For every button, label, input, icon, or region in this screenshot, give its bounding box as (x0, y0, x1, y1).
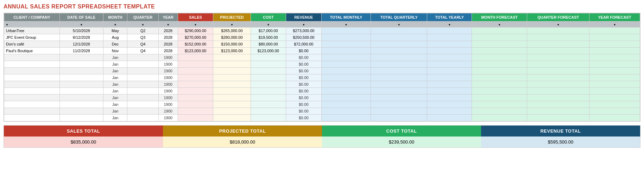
cell-total_yearly[interactable] (427, 41, 472, 48)
cell-total_quarterly[interactable] (371, 81, 427, 88)
cell-month_forecast[interactable] (472, 61, 527, 68)
cell-client[interactable] (4, 54, 60, 61)
quarter-filter-dropdown[interactable] (141, 22, 144, 26)
cell-date_of_sale[interactable] (59, 108, 103, 115)
total-yearly-filter-dropdown[interactable] (448, 22, 451, 26)
cell-year_forecast[interactable] (589, 61, 640, 68)
month-filter-dropdown[interactable] (114, 22, 117, 26)
cell-month[interactable]: Jan (103, 101, 127, 108)
cell-revenue[interactable]: $0.00 (286, 74, 322, 81)
client-filter-dropdown[interactable] (6, 22, 8, 26)
cell-client[interactable]: Paul's Boutique (4, 48, 60, 54)
cell-total_yearly[interactable] (427, 34, 472, 41)
cell-revenue[interactable]: $0.00 (286, 115, 322, 121)
cell-sales[interactable] (178, 88, 213, 95)
cell-year_forecast[interactable] (589, 108, 640, 115)
cell-total_yearly[interactable] (427, 48, 472, 54)
cell-month_forecast[interactable] (472, 41, 527, 48)
cell-date_of_sale[interactable] (59, 61, 103, 68)
cell-year_forecast[interactable] (589, 41, 640, 48)
cell-year[interactable]: 1900 (158, 68, 178, 74)
cell-revenue[interactable]: $72,000.00 (286, 41, 322, 48)
cell-total_quarterly[interactable] (371, 54, 427, 61)
cell-total_monthly[interactable] (321, 48, 371, 54)
cell-cost[interactable] (251, 95, 286, 101)
cell-date_of_sale[interactable]: 12/1/2028 (59, 41, 103, 48)
cell-total_yearly[interactable] (427, 74, 472, 81)
cell-year[interactable]: 1900 (158, 108, 178, 115)
filter-projected[interactable] (213, 22, 251, 28)
filter-client[interactable] (4, 22, 60, 28)
cell-total_yearly[interactable] (427, 108, 472, 115)
cell-month[interactable]: Jan (103, 115, 127, 121)
cell-total_monthly[interactable] (321, 68, 371, 74)
cell-total_yearly[interactable] (427, 61, 472, 68)
cell-client[interactable] (4, 81, 60, 88)
cell-date_of_sale[interactable] (59, 115, 103, 121)
cell-total_quarterly[interactable] (371, 95, 427, 101)
cell-quarter_forecast[interactable] (527, 48, 589, 54)
cell-sales[interactable] (178, 81, 213, 88)
cell-month[interactable]: Jan (103, 81, 127, 88)
cell-quarter[interactable] (127, 101, 158, 108)
cell-year_forecast[interactable] (589, 81, 640, 88)
cell-month_forecast[interactable] (472, 108, 527, 115)
cell-sales[interactable] (178, 68, 213, 74)
cell-sales[interactable] (178, 108, 213, 115)
cell-month_forecast[interactable] (472, 54, 527, 61)
cell-revenue[interactable]: $250,500.00 (286, 34, 322, 41)
cell-projected[interactable] (213, 81, 251, 88)
cell-quarter[interactable] (127, 88, 158, 95)
cell-sales[interactable]: $152,000.00 (178, 41, 213, 48)
cell-total_monthly[interactable] (321, 41, 371, 48)
cell-client[interactable] (4, 74, 60, 81)
cell-month[interactable]: Jan (103, 95, 127, 101)
cell-year_forecast[interactable] (589, 68, 640, 74)
cell-client[interactable]: Don's café (4, 41, 60, 48)
cell-quarter[interactable] (127, 81, 158, 88)
cell-total_monthly[interactable] (321, 74, 371, 81)
cell-total_quarterly[interactable] (371, 28, 427, 34)
cell-sales[interactable] (178, 115, 213, 121)
cell-sales[interactable] (178, 54, 213, 61)
cell-month_forecast[interactable] (472, 115, 527, 121)
date-filter-dropdown[interactable] (80, 22, 83, 26)
cell-month_forecast[interactable] (472, 101, 527, 108)
cell-quarter[interactable] (127, 115, 158, 121)
cell-client[interactable] (4, 101, 60, 108)
cell-total_quarterly[interactable] (371, 74, 427, 81)
cell-quarter[interactable]: Q4 (127, 41, 158, 48)
cell-year[interactable]: 2028 (158, 34, 178, 41)
cell-total_monthly[interactable] (321, 81, 371, 88)
cell-year[interactable]: 1900 (158, 54, 178, 61)
cell-client[interactable]: UrbanTree (4, 28, 60, 34)
cell-projected[interactable]: $280,000.00 (213, 34, 251, 41)
cell-client[interactable] (4, 61, 60, 68)
cell-projected[interactable] (213, 61, 251, 68)
cell-quarter_forecast[interactable] (527, 41, 589, 48)
cell-total_monthly[interactable] (321, 95, 371, 101)
cell-month_forecast[interactable] (472, 48, 527, 54)
year-forecast-filter-dropdown[interactable] (613, 22, 616, 26)
cell-quarter[interactable]: Q3 (127, 34, 158, 41)
cell-projected[interactable]: $265,000.00 (213, 28, 251, 34)
filter-revenue[interactable] (286, 22, 322, 28)
cell-total_quarterly[interactable] (371, 108, 427, 115)
cell-quarter[interactable] (127, 68, 158, 74)
cell-client[interactable] (4, 115, 60, 121)
cell-total_yearly[interactable] (427, 115, 472, 121)
cell-total_monthly[interactable] (321, 101, 371, 108)
cell-cost[interactable] (251, 74, 286, 81)
cell-total_yearly[interactable] (427, 81, 472, 88)
cell-projected[interactable] (213, 74, 251, 81)
cell-year[interactable]: 1900 (158, 74, 178, 81)
cell-date_of_sale[interactable] (59, 68, 103, 74)
cell-quarter_forecast[interactable] (527, 74, 589, 81)
cell-total_quarterly[interactable] (371, 48, 427, 54)
cell-cost[interactable] (251, 61, 286, 68)
cell-quarter_forecast[interactable] (527, 54, 589, 61)
cell-quarter[interactable]: Q4 (127, 48, 158, 54)
cell-month_forecast[interactable] (472, 68, 527, 74)
cell-date_of_sale[interactable] (59, 81, 103, 88)
projected-filter-dropdown[interactable] (231, 22, 233, 26)
